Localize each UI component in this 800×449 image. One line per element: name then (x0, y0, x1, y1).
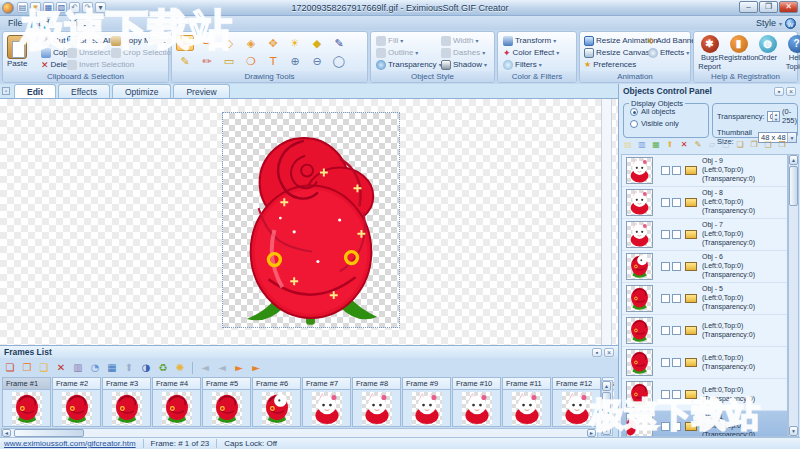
maximize-button[interactable]: ❐ (759, 1, 778, 13)
frame-cell[interactable]: Frame #12 (552, 377, 601, 427)
color-effect-button[interactable]: ✦Color Effect▾ (503, 47, 559, 59)
fill-bucket-tool-icon[interactable]: ◆ (308, 35, 326, 51)
edit-workarea[interactable] (0, 99, 618, 345)
timer-frame-icon[interactable]: ✺ (173, 361, 187, 375)
zoom-out-tool-icon[interactable]: ⊖ (308, 53, 326, 69)
visibility-checkbox[interactable] (661, 390, 670, 399)
registration-button[interactable]: ▮Registration (724, 34, 753, 72)
lasso-select-tool-icon[interactable]: ◇ (220, 35, 238, 51)
frame-cell[interactable]: Frame #2 (52, 377, 101, 427)
curve-tool-icon[interactable]: ↪ (198, 35, 216, 51)
lock-checkbox[interactable] (672, 422, 681, 431)
frame-cell[interactable]: Frame #3 (102, 377, 151, 427)
visibility-checkbox[interactable] (661, 262, 670, 271)
about-icon[interactable]: w (785, 18, 796, 29)
paint-frame-icon[interactable]: ◔ (88, 361, 102, 375)
lock-checkbox[interactable] (672, 326, 681, 335)
bring-front-icon[interactable]: ❏ (734, 139, 746, 151)
zoom-tool-icon[interactable]: ◯ (330, 53, 348, 69)
next-frame-icon[interactable]: ► (232, 361, 246, 375)
style-menu[interactable]: Style (756, 18, 776, 28)
add-frame-icon[interactable]: ❏ (3, 361, 17, 375)
menu-item-view[interactable]: View (62, 18, 97, 28)
scroll-thumb[interactable] (789, 166, 798, 206)
duplicate-frame-icon[interactable]: ❑ (37, 361, 51, 375)
lock-checkbox[interactable] (672, 358, 681, 367)
paste-object-icon[interactable]: ▱ (706, 139, 718, 151)
filters-button[interactable]: Filters▾ (503, 59, 559, 71)
new-object-icon[interactable]: ▤ (622, 139, 634, 151)
fill-button[interactable]: Fill▾ (376, 35, 442, 47)
move-selection-tool-icon[interactable]: ✥ (264, 35, 282, 51)
dashes-button[interactable]: Dashes▾ (441, 47, 487, 59)
frame-cell[interactable]: Frame #7 (302, 377, 351, 427)
transparency-input[interactable]: 0▲▼ (767, 111, 780, 122)
import-image-icon[interactable]: ▦ (105, 361, 119, 375)
undo-icon[interactable]: ↶ (69, 2, 80, 13)
canvas-vertical-scrollbar[interactable] (601, 99, 612, 345)
panel-toggle-icon[interactable]: ▫ (2, 87, 10, 95)
objects-vertical-scrollbar[interactable]: ▲ ▼ (788, 154, 799, 437)
transform-button[interactable]: Transform▾ (503, 35, 559, 47)
close-button[interactable]: ✕ (779, 1, 798, 13)
copy-object-icon[interactable]: ▥ (636, 139, 648, 151)
menu-item-edit[interactable]: Edit (31, 18, 63, 28)
frame-up-icon[interactable]: ⬆ (122, 361, 136, 375)
frame-cell[interactable]: Frame #5 (202, 377, 251, 427)
website-link[interactable]: www.eximioussoft.com/gifcreator.htm (4, 439, 136, 448)
send-back-icon[interactable]: ❒ (776, 139, 788, 151)
lock-checkbox[interactable] (672, 390, 681, 399)
add-frame-after-icon[interactable]: ❐ (20, 361, 34, 375)
object-row[interactable]: (Left:0,Top:0)(Transparency:0) (622, 347, 787, 379)
frames-vertical-scrollbar[interactable]: ▲ ▼ (601, 380, 613, 436)
add-image-object-icon[interactable]: ▦ (650, 139, 662, 151)
close-panel-icon[interactable]: × (786, 87, 796, 96)
polygon-select-tool-icon[interactable]: ◈ (242, 35, 260, 51)
open-file-icon[interactable]: ▼ (30, 2, 41, 13)
crop-selection-button[interactable]: Crop Selection (111, 47, 175, 59)
scroll-up-icon[interactable]: ▲ (789, 155, 798, 165)
delete-object-icon[interactable]: ✕ (678, 139, 690, 151)
visibility-checkbox[interactable] (661, 358, 670, 367)
lock-checkbox[interactable] (672, 198, 681, 207)
pencil-tool-icon[interactable]: ✎ (176, 53, 194, 69)
shape-tool-icon[interactable]: ▭ (220, 53, 238, 69)
text-tool-icon[interactable]: T (264, 53, 282, 69)
order-globe-button[interactable]: ◍Order (753, 34, 782, 72)
delete-frame-icon[interactable]: ✕ (54, 361, 68, 375)
save-as-icon[interactable]: ▧ (56, 2, 67, 13)
scroll-thumb[interactable] (14, 429, 84, 437)
frame-cell[interactable]: Frame #10 (452, 377, 501, 427)
export-frame-icon[interactable]: ▥ (71, 361, 85, 375)
invert-selection-button[interactable]: Invert Selection (67, 59, 134, 71)
effects-button[interactable]: Effects▾ (648, 47, 698, 59)
send-backward-icon[interactable]: ❑ (762, 139, 774, 151)
frame-cell[interactable]: Frame #9 (402, 377, 451, 427)
color-picker-tool-icon[interactable]: ✎ (330, 35, 348, 51)
frame-cell[interactable]: Frame #4 (152, 377, 201, 427)
visibility-checkbox[interactable] (661, 326, 670, 335)
first-frame-icon[interactable]: ◄ (198, 361, 212, 375)
tab-preview[interactable]: Preview (173, 84, 229, 98)
add-banner-button[interactable]: ⬖Add Banner (648, 35, 698, 47)
play-frame-icon[interactable]: ◑ (139, 361, 153, 375)
new-file-icon[interactable]: ▤ (17, 2, 28, 13)
edit-object-icon[interactable]: ▢ (720, 139, 732, 151)
all-objects-radio[interactable]: All objects (630, 107, 708, 116)
help-topics-button[interactable]: ?Help Topics (782, 34, 800, 72)
transparency-button[interactable]: Transparency▾ (376, 59, 442, 71)
visibility-checkbox[interactable] (661, 294, 670, 303)
rename-object-icon[interactable]: ✎ (692, 139, 704, 151)
pin-icon[interactable]: ▪ (592, 348, 602, 357)
visibility-checkbox[interactable] (661, 198, 670, 207)
object-row[interactable]: (Left:0,Top:0)(Transparency:0) (622, 379, 787, 411)
spinner-arrows-icon[interactable]: ▲▼ (772, 112, 779, 121)
lock-checkbox[interactable] (672, 166, 681, 175)
object-row[interactable]: Obj - 5(Left:0,Top:0)(Transparency:0) (622, 283, 787, 315)
save-file-icon[interactable]: ▦ (43, 2, 54, 13)
scroll-right-icon[interactable]: ► (587, 429, 596, 437)
object-row[interactable]: (Left:0,Top:0)(Transparency:0) (622, 315, 787, 347)
redo-icon[interactable]: ↷ (82, 2, 93, 13)
frame-cell[interactable]: Frame #8 (352, 377, 401, 427)
copy-merged-button[interactable]: Copy Merged (111, 35, 175, 47)
